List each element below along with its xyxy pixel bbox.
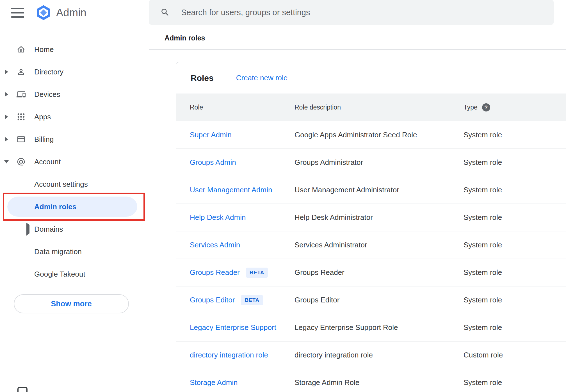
sidebar-subitem-label: Data migration <box>34 247 82 256</box>
role-description: Groups Editor <box>295 296 464 304</box>
role-type: System role <box>464 268 566 277</box>
role-link[interactable]: Help Desk Admin <box>190 213 246 222</box>
create-new-role-link[interactable]: Create new role <box>236 74 288 82</box>
roles-table-body: Super Admin Google Apps Administrator Se… <box>176 121 566 392</box>
column-header-description: Role description <box>295 104 464 111</box>
role-description: Groups Reader <box>295 268 464 277</box>
role-link[interactable]: Groups Admin <box>190 158 236 167</box>
sidebar-item-domains[interactable]: Domains <box>0 218 149 240</box>
chevron-right-icon[interactable] <box>0 115 13 119</box>
beta-badge: BETA <box>241 295 263 305</box>
sidebar-nav: Home Directory Devices <box>0 38 149 285</box>
sidebar-item-account-settings[interactable]: Account settings <box>0 173 149 195</box>
sidebar-item-billing[interactable]: Billing <box>0 128 149 151</box>
role-link[interactable]: User Management Admin <box>190 186 272 194</box>
table-row: Groups Admin Groups Administrator System… <box>176 149 566 176</box>
sidebar-item-google-takeout[interactable]: Google Takeout <box>0 263 149 285</box>
beta-badge: BETA <box>246 268 268 278</box>
chevron-right-icon[interactable] <box>0 137 13 142</box>
search-bar[interactable] <box>149 0 554 25</box>
role-cell: Groups Admin <box>176 158 295 167</box>
sidebar-item-label: Billing <box>34 135 54 144</box>
roles-card-header: Roles Create new role <box>176 62 566 94</box>
help-icon[interactable]: ? <box>482 103 490 111</box>
sidebar-header: Admin <box>0 0 149 25</box>
chevron-right-icon[interactable] <box>26 225 29 234</box>
role-link[interactable]: Services Admin <box>190 241 240 249</box>
person-icon <box>15 67 28 76</box>
role-cell: directory integration role <box>176 351 295 359</box>
sidebar-item-admin-roles[interactable]: Admin roles <box>7 195 137 218</box>
role-link[interactable]: Storage Admin <box>190 378 238 387</box>
role-description: Legacy Enterprise Support Role <box>295 323 464 332</box>
table-row: Storage Admin Storage Admin Role System … <box>176 369 566 392</box>
role-description: Services Administrator <box>295 241 464 249</box>
admin-logo: Admin <box>35 4 86 21</box>
chevron-right-icon[interactable] <box>0 70 13 74</box>
role-type: System role <box>464 186 566 194</box>
role-type: System role <box>464 158 566 167</box>
role-type: System role <box>464 323 566 332</box>
role-link[interactable]: Groups Editor <box>190 296 235 304</box>
header-divider <box>149 49 566 50</box>
apps-grid-icon <box>15 112 28 121</box>
sidebar-item-apps[interactable]: Apps <box>0 106 149 128</box>
credit-card-icon <box>15 135 28 144</box>
role-cell: Super Admin <box>176 131 295 139</box>
at-sign-icon <box>15 157 28 166</box>
breadcrumb: Admin roles <box>165 34 205 42</box>
role-description: Storage Admin Role <box>295 378 464 387</box>
sidebar-item-home[interactable]: Home <box>0 38 149 61</box>
table-row: directory integration role directory int… <box>176 341 566 369</box>
role-type: Custom role <box>464 351 566 359</box>
role-cell: User Management Admin <box>176 186 295 194</box>
table-row: Groups Reader BETA Groups Reader System … <box>176 259 566 286</box>
sidebar-item-directory[interactable]: Directory <box>0 61 149 83</box>
table-row: Super Admin Google Apps Administrator Se… <box>176 121 566 149</box>
home-icon <box>15 45 28 54</box>
table-row: Help Desk Admin Help Desk Administrator … <box>176 204 566 231</box>
page-title: Roles <box>191 73 214 83</box>
devices-icon <box>15 90 28 99</box>
column-header-type: Type ? <box>464 103 566 111</box>
role-type: System role <box>464 378 566 387</box>
role-description: Google Apps Administrator Seed Role <box>295 131 464 139</box>
role-link[interactable]: directory integration role <box>190 351 268 359</box>
role-link[interactable]: Groups Reader <box>190 268 240 277</box>
admin-logo-icon <box>35 4 52 21</box>
search-input[interactable] <box>181 0 545 25</box>
sidebar-item-label: Apps <box>34 113 51 121</box>
table-row: User Management Admin User Management Ad… <box>176 176 566 204</box>
role-type: System role <box>464 296 566 304</box>
sidebar-item-label: Home <box>34 45 54 54</box>
show-more-button[interactable]: Show more <box>14 294 129 313</box>
sidebar-item-label: Account <box>34 158 61 166</box>
sidebar-item-label: Directory <box>34 68 63 76</box>
sidebar-item-label: Devices <box>34 90 60 99</box>
hamburger-menu-icon[interactable] <box>11 6 25 19</box>
sidebar-item-data-migration[interactable]: Data migration <box>0 240 149 263</box>
role-cell: Legacy Enterprise Support <box>176 323 295 332</box>
role-description: Help Desk Administrator <box>295 213 464 222</box>
role-type: System role <box>464 241 566 249</box>
chevron-down-icon[interactable] <box>0 160 13 163</box>
role-cell: Groups Reader BETA <box>176 268 295 278</box>
role-cell: Storage Admin <box>176 378 295 387</box>
search-icon <box>160 8 170 17</box>
role-link[interactable]: Legacy Enterprise Support <box>190 323 276 332</box>
role-link[interactable]: Super Admin <box>190 131 232 139</box>
role-description: User Management Administrator <box>295 186 464 194</box>
column-header-role: Role <box>176 104 295 111</box>
sidebar-subitem-label: Admin roles <box>34 202 76 211</box>
sidebar-subitem-label: Domains <box>34 225 63 234</box>
partial-bottom-icon <box>17 387 28 392</box>
chevron-right-icon[interactable] <box>0 92 13 97</box>
sidebar-item-devices[interactable]: Devices <box>0 83 149 106</box>
role-cell: Groups Editor BETA <box>176 295 295 305</box>
role-cell: Help Desk Admin <box>176 213 295 222</box>
role-description: directory integration role <box>295 351 464 359</box>
table-row: Groups Editor BETA Groups Editor System … <box>176 286 566 314</box>
role-type: System role <box>464 131 566 139</box>
sidebar-subitem-label: Google Takeout <box>34 270 85 279</box>
sidebar-item-account[interactable]: Account <box>0 151 149 173</box>
